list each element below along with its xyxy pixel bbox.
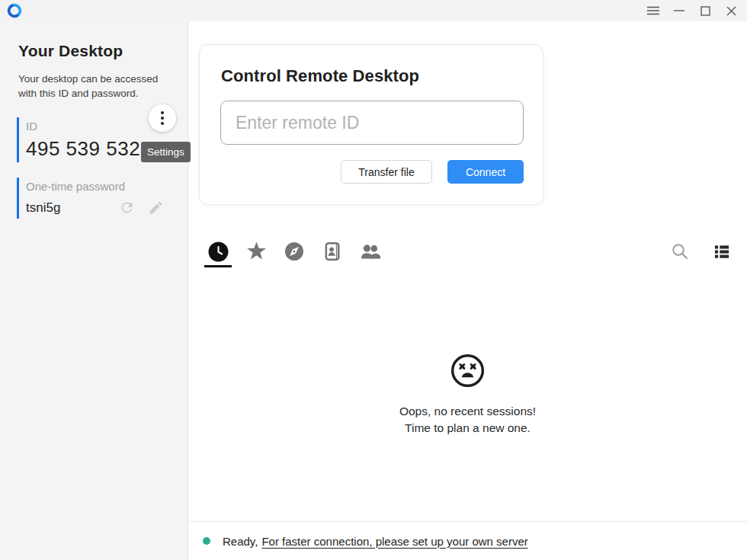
minimize-icon (674, 6, 684, 15)
password-section: One-time password tsni5g (17, 178, 188, 219)
view-list-button[interactable] (714, 245, 729, 259)
status-ready-text: Ready, (223, 535, 258, 548)
window-maximize-button[interactable] (692, 0, 718, 21)
search-button[interactable] (671, 242, 689, 261)
edit-password-button[interactable] (148, 200, 164, 216)
session-tabbar (188, 235, 747, 267)
main-panel: Control Remote Desktop Transfer file Con… (188, 21, 747, 560)
tab-address-book[interactable] (319, 235, 346, 267)
address-book-icon (323, 242, 342, 261)
search-icon (671, 242, 689, 261)
card-title: Control Remote Desktop (220, 66, 522, 86)
tab-group[interactable] (357, 235, 384, 267)
close-icon (726, 6, 736, 16)
one-time-password-value[interactable]: tsni5g (26, 200, 60, 216)
refresh-password-button[interactable] (119, 200, 135, 216)
app-logo-icon (6, 2, 23, 19)
empty-state: Oops, no recent sessions! Time to plan a… (188, 267, 747, 521)
empty-state-line2: Time to plan a new one. (405, 420, 531, 437)
tab-favorites[interactable] (242, 235, 270, 267)
dizzy-face-icon (450, 353, 486, 393)
refresh-icon (119, 200, 135, 216)
one-time-password-label: One-time password (26, 178, 188, 193)
connect-button[interactable]: Connect (447, 160, 524, 184)
settings-more-button[interactable] (149, 104, 176, 132)
desktop-description: Your desktop can be accessed with this I… (18, 72, 175, 101)
titlebar (0, 0, 747, 21)
statusbar: Ready, For faster connection, please set… (188, 521, 747, 560)
your-desktop-title: Your Desktop (18, 42, 188, 60)
window-menu-button[interactable] (640, 0, 666, 21)
pencil-icon (148, 200, 164, 216)
list-view-icon (714, 245, 729, 259)
maximize-icon (701, 6, 710, 16)
compass-icon (284, 242, 304, 261)
settings-tooltip: Settings (141, 142, 191, 162)
remote-id-input[interactable] (220, 101, 524, 145)
hamburger-menu-icon (647, 6, 659, 15)
group-people-icon (360, 242, 381, 261)
empty-state-line1: Oops, no recent sessions! (399, 403, 536, 420)
sidebar: Your Desktop Your desktop can be accesse… (0, 21, 188, 560)
vertical-ellipsis-icon (161, 111, 164, 114)
control-remote-desktop-card: Control Remote Desktop Transfer file Con… (199, 44, 543, 205)
clock-icon (208, 242, 229, 262)
tab-discovered[interactable] (281, 235, 308, 267)
transfer-file-button[interactable]: Transfer file (341, 160, 432, 184)
star-icon (245, 241, 268, 262)
setup-server-link[interactable]: For faster connection, please set up you… (261, 535, 527, 548)
tab-recent-sessions[interactable] (204, 235, 232, 267)
status-dot-icon (203, 537, 210, 545)
window-close-button[interactable] (718, 0, 744, 21)
window-minimize-button[interactable] (666, 0, 692, 21)
